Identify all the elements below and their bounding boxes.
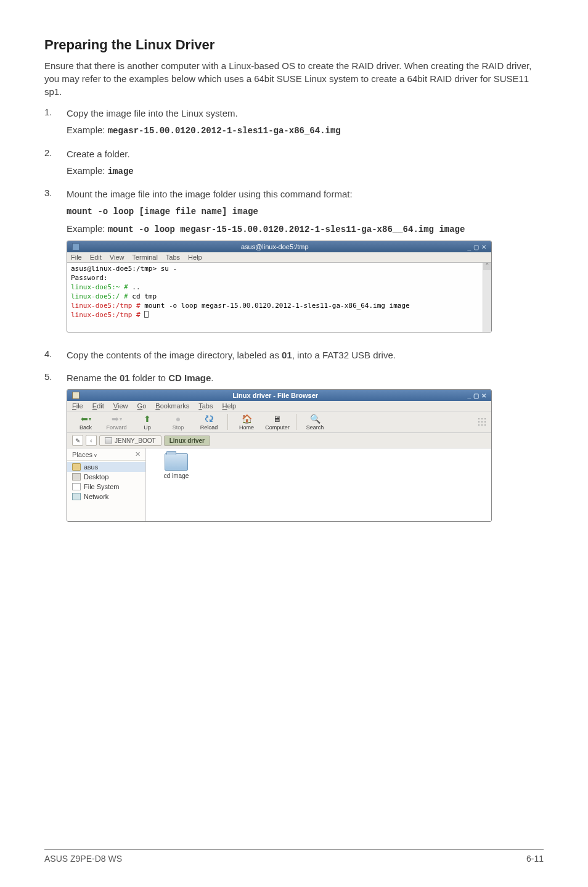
reload-button[interactable]: 🗘 Reload [195,413,223,431]
menu-terminal[interactable]: Terminal [132,254,158,261]
terminal-line: linux-doe5:/tmp # mount -o loop megasr-1… [71,302,488,311]
terminal-line: linux-doe5:/tmp # [71,311,488,320]
volume-icon [105,437,112,444]
example-label: Example: [67,165,108,176]
place-desktop[interactable]: Desktop [67,472,145,482]
example-label: Example: [67,125,108,135]
menu-help[interactable]: Help [188,254,202,261]
minimize-button[interactable]: _ [467,244,471,250]
chevron-left-icon: ‹ [90,437,92,444]
terminal-menubar: File Edit View Terminal Tabs Help [67,252,491,263]
menu-tabs[interactable]: Tabs [198,402,213,410]
stop-button[interactable]: ● Stop [165,413,192,431]
places-label[interactable]: Places ∨ [72,451,97,458]
menu-go[interactable]: Go [137,402,147,410]
page-footer: ASUS Z9PE-D8 WS 6-11 [44,849,544,864]
desktop-icon [72,473,81,481]
section-heading: Preparing the Linux Driver [44,37,544,53]
path-crumb-jenny-boot[interactable]: JENNY_BOOT [99,435,161,446]
separator [296,414,296,430]
step-text: Create a folder. [67,147,544,160]
menu-view[interactable]: View [110,254,125,261]
filebrowser-title: Linux driver - File Browser [83,392,467,399]
computer-button[interactable]: 🖥 Computer [264,413,291,431]
footer-right: 6-11 [526,854,544,864]
menu-file[interactable]: File [72,402,83,410]
menu-help[interactable]: Help [223,402,237,410]
menu-tabs[interactable]: Tabs [166,254,180,261]
search-button[interactable]: 🔍 Search [301,413,329,431]
close-sidebar-button[interactable]: ✕ [135,450,141,458]
example-label: Example: [67,223,108,234]
filesystem-icon [72,483,81,490]
sidebar-header: Places ∨ ✕ [67,448,145,461]
stop-icon: ● [172,413,184,424]
forward-arrow-icon: ➡▾ [110,413,123,424]
example-code: megasr-15.00.0120.2012-1-sles11-ga-x86_6… [108,126,341,136]
maximize-button[interactable]: ▢ [473,244,479,250]
intro-text: Ensure that there is another computer wi… [44,59,544,98]
folder-icon [72,463,81,471]
forward-button[interactable]: ➡▾ Forward [103,413,130,431]
menu-bookmarks[interactable]: Bookmarks [155,402,189,410]
maximize-button[interactable]: ▢ [473,392,479,399]
step-2: 2. Create a folder. Example: image [44,147,544,182]
close-button[interactable]: ✕ [481,392,486,399]
filebrowser-menubar: File Edit View Go Bookmarks Tabs Help [67,401,491,411]
step-num: 3. [44,188,67,342]
menu-edit[interactable]: Edit [92,402,104,410]
place-network[interactable]: Network [67,492,145,501]
step-text: Copy the contents of the image directory… [67,349,544,361]
filebrowser-content[interactable]: cd image [146,448,491,521]
search-icon: 🔍 [309,413,321,424]
place-filesystem[interactable]: File System [67,482,145,492]
terminal-title: asus@linux-doe5:/tmp [82,243,467,250]
terminal-icon [72,243,80,250]
step-num: 5. [44,371,67,522]
place-asus[interactable]: asus [67,462,145,472]
folder-icon [165,453,188,471]
filebrowser-titlebar: Linux driver - File Browser _ ▢ ✕ [67,390,491,401]
path-edit-button[interactable]: ✎ [72,435,83,446]
menu-view[interactable]: View [113,402,128,410]
terminal-line: asus@linux-doe5:/tmp> su - [71,265,488,274]
computer-icon: 🖥 [271,413,284,424]
minimize-button[interactable]: _ [467,392,471,399]
scroll-up-icon[interactable]: ^ [483,263,491,270]
reload-icon: 🗘 [203,413,215,424]
terminal-titlebar: asus@linux-doe5:/tmp _ ▢ ✕ [67,241,491,252]
menu-file[interactable]: File [71,254,82,261]
step-3: 3. Mount the image file into the image f… [44,188,544,342]
command-format: mount -o loop [image file name] image [67,207,258,217]
folder-cd-image[interactable]: cd image [155,453,198,479]
filebrowser-window: Linux driver - File Browser _ ▢ ✕ File E… [67,389,492,522]
pencil-icon: ✎ [75,437,80,444]
separator [227,414,228,430]
filebrowser-toolbar: ⬅▾ Back ➡▾ Forward ⬆ Up ● [67,411,491,433]
close-button[interactable]: ✕ [481,244,486,250]
back-arrow-icon: ⬅▾ [80,413,92,424]
step-4: 4. Copy the contents of the image direct… [44,349,544,365]
step-num: 2. [44,147,67,182]
step-1: 1. Copy the image file into the Linux sy… [44,107,544,141]
menu-edit[interactable]: Edit [90,254,102,261]
chevron-down-icon: ∨ [92,453,97,458]
step-num: 1. [44,107,67,141]
filebrowser-pathbar: ✎ ‹ JENNY_BOOT Linux driver [67,433,491,448]
back-button[interactable]: ⬅▾ Back [72,413,99,431]
path-prev-button[interactable]: ‹ [86,435,97,446]
terminal-window: asus@linux-doe5:/tmp _ ▢ ✕ File Edit Vie… [67,241,492,332]
step-text: Rename the 01 folder to CD Image. [67,371,544,384]
terminal-body[interactable]: asus@linux-doe5:/tmp> su - Password: lin… [67,263,491,332]
folder-label: cd image [164,472,189,479]
example-code: mount -o loop megasr-15-15.00.0120.2012-… [108,225,465,234]
scrollbar[interactable]: ^ [483,263,491,332]
terminal-line: linux-doe5:~ # .. [71,283,488,292]
step-5: 5. Rename the 01 folder to CD Image. Lin… [44,371,544,522]
terminal-line: linux-doe5:/ # cd tmp [71,292,488,302]
home-button[interactable]: 🏠 Home [233,413,260,431]
folder-icon [72,392,80,399]
up-button[interactable]: ⬆ Up [134,413,161,431]
terminal-line: Password: [71,274,488,283]
path-crumb-linux-driver[interactable]: Linux driver [164,435,210,446]
